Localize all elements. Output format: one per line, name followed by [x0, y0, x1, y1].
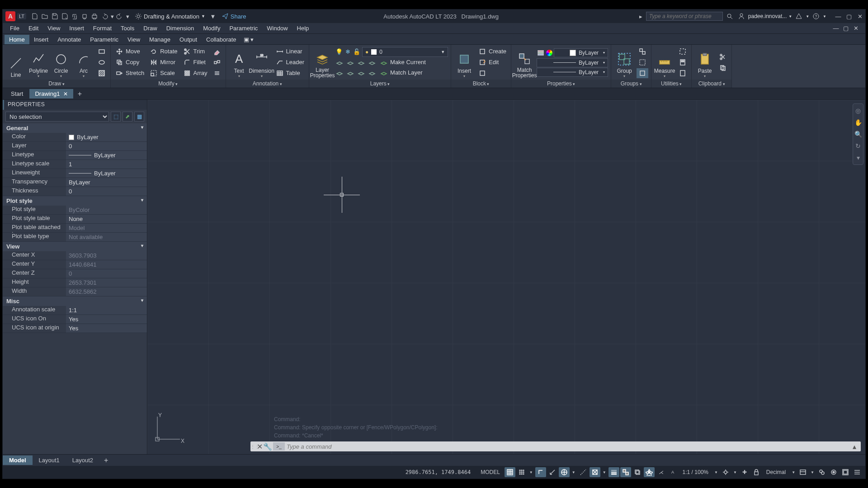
layer-freeze-icon[interactable]: ❄ [344, 47, 351, 57]
tab-insert[interactable]: Insert [29, 35, 53, 44]
search-input[interactable] [646, 12, 723, 21]
menu-draw[interactable]: Draw [139, 24, 161, 33]
tool-rectangle[interactable] [96, 47, 108, 56]
group-edit-icon[interactable] [637, 57, 648, 67]
restore-icon[interactable]: ▢ [844, 11, 854, 21]
panel-groups-label[interactable]: Groups [611, 80, 651, 88]
tool-dimension[interactable]: 10Dimension [251, 47, 272, 78]
panel-block-label[interactable]: Block [451, 80, 511, 88]
cmdline-customize-icon[interactable]: 🔧 [263, 442, 271, 451]
workspace-switcher[interactable]: Drafting & Annotation ▼ [135, 13, 205, 20]
saveas-icon[interactable] [60, 11, 70, 21]
status-osnap-icon[interactable] [590, 467, 600, 477]
tool-leader[interactable]: Leader [274, 57, 306, 67]
menu-help[interactable]: Help [292, 24, 314, 33]
filetab-close-icon[interactable]: ✕ [63, 91, 68, 97]
layer-freeze2-icon[interactable] [345, 57, 355, 67]
lineweight-dropdown[interactable]: ByLayer [537, 58, 608, 67]
layouttab-layout1[interactable]: Layout1 [33, 455, 66, 465]
status-hw-icon[interactable] [816, 467, 827, 477]
cat-plot[interactable]: Plot style [3, 196, 147, 206]
title-arrow-icon[interactable]: ▸ [636, 11, 646, 21]
tool-array[interactable]: Array [181, 68, 209, 78]
close-icon[interactable]: ✕ [854, 11, 865, 21]
prop-centery-val[interactable]: 1440.6841 [66, 260, 147, 269]
tool-text[interactable]: AText [229, 47, 250, 78]
plot-icon[interactable] [90, 11, 99, 21]
cmdline-recent-icon[interactable]: ▴ [853, 442, 861, 451]
menu-window[interactable]: Window [262, 24, 292, 33]
tool-move[interactable]: Move [113, 47, 146, 56]
status-scale[interactable]: 1:1 / 100% [679, 467, 712, 477]
new-icon[interactable] [30, 11, 40, 21]
command-input[interactable] [287, 443, 853, 450]
filetab-start[interactable]: Start [5, 89, 28, 99]
layer-on-icon[interactable] [335, 68, 344, 78]
panel-modify-label[interactable]: Modify [111, 80, 226, 88]
tool-measure[interactable]: Measure [654, 47, 675, 78]
status-ortho-icon[interactable] [535, 467, 546, 477]
ungroup-icon[interactable] [637, 47, 648, 56]
tool-match-layer[interactable]: Match Layer [378, 68, 425, 78]
prop-thickness-val[interactable]: 0 [66, 187, 147, 196]
tab-manage[interactable]: Manage [145, 35, 175, 44]
tool-match-properties[interactable]: Match Properties [514, 47, 535, 78]
tool-trim[interactable]: Trim [181, 47, 209, 56]
status-annomon-icon[interactable]: A [644, 467, 655, 477]
status-isodraft-dd[interactable]: ▼ [571, 467, 577, 477]
layer-off-icon[interactable] [335, 57, 344, 67]
status-monitor-icon[interactable]: ✚ [739, 467, 750, 477]
doc-restore-icon[interactable]: ▢ [841, 23, 851, 33]
user-icon[interactable] [736, 11, 746, 21]
status-clean-icon[interactable] [840, 467, 851, 477]
prop-centerx-val[interactable]: 3603.7903 [66, 251, 147, 260]
tool-stretch[interactable]: Stretch [113, 68, 146, 78]
save-icon[interactable] [50, 11, 60, 21]
panel-properties-label[interactable]: Properties [511, 80, 611, 88]
tab-home[interactable]: Home [5, 35, 29, 44]
tool-offset[interactable] [211, 68, 223, 78]
tab-view[interactable]: View [123, 35, 145, 44]
tool-edit-block[interactable]: Edit [476, 57, 508, 67]
group-select-icon[interactable] [637, 68, 648, 78]
status-units-dd[interactable]: ▼ [790, 467, 797, 477]
panel-annotation-label[interactable]: Annotation [226, 80, 309, 88]
web-save-icon[interactable] [80, 11, 90, 21]
tab-output[interactable]: Output [175, 35, 202, 44]
navigation-bar[interactable]: ◎ ✋ 🔍 ↻ ▾ [853, 103, 863, 165]
prop-plottable-val[interactable]: None [66, 215, 147, 224]
util-calc-icon[interactable] [677, 57, 689, 67]
nav-orbit-icon[interactable]: ↻ [853, 141, 863, 151]
tool-arc[interactable]: Arc [73, 47, 94, 78]
status-polar-icon[interactable] [547, 467, 558, 477]
cat-misc[interactable]: Misc [3, 296, 147, 306]
select-objects-icon[interactable]: ⬈ [123, 112, 132, 122]
panel-utilities-label[interactable]: Utilities [651, 80, 691, 88]
menu-file[interactable]: File [5, 24, 24, 33]
cat-general[interactable]: General [3, 123, 147, 133]
status-osnap-dd[interactable]: ▼ [601, 467, 608, 477]
layer-unlock-icon[interactable] [356, 68, 366, 78]
help-icon[interactable]: ? [811, 11, 821, 21]
status-grid-icon[interactable] [505, 467, 515, 477]
menu-insert[interactable]: Insert [65, 24, 89, 33]
command-line[interactable]: ⋮⋮ ✕ 🔧 >_ ▴ [250, 441, 861, 451]
layer-state-icon[interactable]: 💡 [335, 47, 344, 57]
menu-modify[interactable]: Modify [198, 24, 225, 33]
tool-mirror[interactable]: Mirror [148, 57, 179, 67]
status-transparency-icon[interactable] [620, 467, 631, 477]
filetab-new[interactable]: + [74, 90, 85, 98]
tool-ellipse[interactable] [96, 57, 108, 67]
layer-thaw-icon[interactable] [345, 68, 355, 78]
tool-explode[interactable] [211, 57, 223, 67]
tab-parametric[interactable]: Parametric [85, 35, 123, 44]
quick-select-icon[interactable]: ⬚ [111, 112, 121, 122]
web-open-icon[interactable] [70, 11, 80, 21]
menu-view[interactable]: View [43, 24, 65, 33]
tool-copy[interactable]: Copy [113, 57, 146, 67]
status-ws-dd[interactable]: ▼ [732, 467, 738, 477]
status-snap-dd[interactable]: ▼ [528, 467, 534, 477]
cat-view[interactable]: View [3, 242, 147, 251]
status-lwt-icon[interactable] [609, 467, 619, 477]
tool-fillet[interactable]: Fillet [181, 57, 209, 67]
